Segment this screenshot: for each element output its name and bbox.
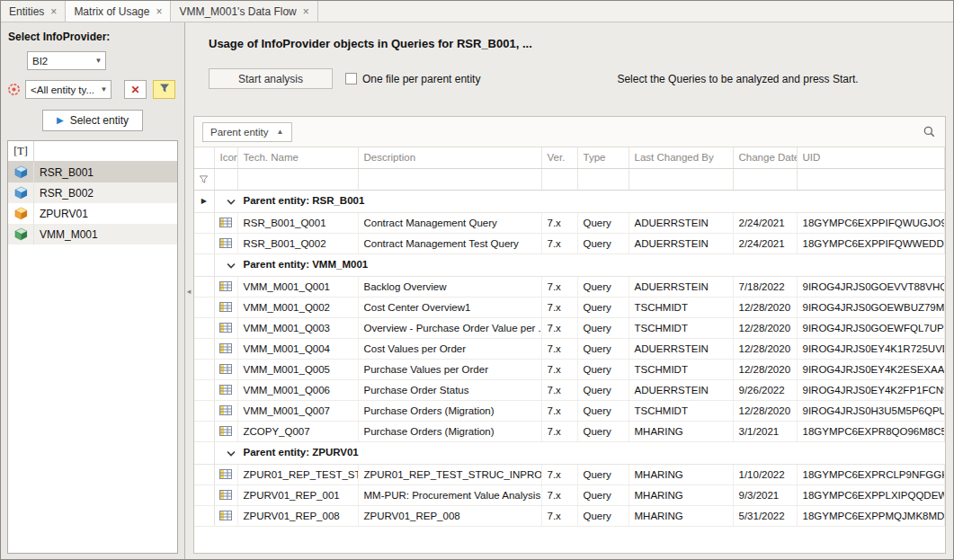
filter-cell-tech-name[interactable] (237, 168, 358, 190)
cell-tech-name: ZPURV01_REP_008 (237, 505, 358, 526)
column-header-type[interactable]: Type (577, 147, 629, 168)
tab-vmm-m001-s-data-flow[interactable]: VMM_M001's Data Flow× (171, 1, 317, 22)
filter-cell-icon[interactable] (214, 168, 237, 190)
row-indicator (194, 505, 214, 526)
start-analysis-button[interactable]: Start analysis (209, 68, 333, 89)
query-icon (214, 379, 237, 400)
collapse-group-icon[interactable] (227, 196, 236, 207)
clear-filter-button[interactable]: ✕ (124, 80, 147, 99)
entity-type-select[interactable]: <All entity ty... ▼ (25, 80, 111, 99)
entity-row[interactable]: VMM_M001 (8, 224, 177, 244)
apply-filter-button[interactable] (153, 80, 175, 99)
cell-last-changed-by: MHARING (629, 484, 733, 505)
target-icon (7, 83, 23, 97)
column-header-icon[interactable]: Icon (214, 147, 237, 168)
row-indicator (194, 484, 214, 505)
cell-tech-name: VMM_M001_Q002 (237, 297, 358, 317)
tab-close-icon[interactable]: × (156, 6, 162, 17)
cell-uid: 9IROG4JRJS0EY4K2ESEXAAHNV (797, 359, 945, 379)
table-row[interactable]: VMM_M001_Q007Purchase Orders (Migration)… (194, 400, 945, 421)
group-header-row[interactable]: Parent entity: ZPURV01 (194, 441, 945, 464)
collapse-group-icon[interactable] (227, 260, 236, 271)
tab-close-icon[interactable]: × (303, 6, 309, 17)
group-header-cell[interactable]: Parent entity: VMM_M001 (214, 253, 945, 276)
sort-ascending-icon: ▲ (277, 128, 284, 136)
tab-close-icon[interactable]: × (50, 6, 57, 17)
column-header-description[interactable]: Description (358, 147, 541, 168)
group-header-row[interactable]: Parent entity: VMM_M001 (194, 253, 945, 276)
cell-description: Purchase Order Status (358, 379, 541, 400)
cell-last-changed-by: ADUERRSTEIN (629, 233, 733, 253)
filter-cell-last-changed-by[interactable] (629, 168, 733, 190)
filter-cell-type[interactable] (577, 168, 629, 190)
one-file-checkbox[interactable] (345, 73, 357, 84)
cell-ver: 7.x (541, 317, 577, 338)
sidebar-collapse-handle[interactable]: ◂ (185, 22, 192, 559)
cell-description: Overview - Purchase Order Value per ... (358, 317, 541, 338)
text-filter-icon[interactable]: [T] (8, 141, 34, 161)
table-row[interactable]: ZPUR01_REP_TEST_ST...ZPUR01_REP_TEST_STR… (194, 464, 945, 484)
query-icon (214, 484, 237, 505)
select-entity-button[interactable]: ▶ Select entity (42, 110, 143, 131)
column-header-last-changed-by[interactable]: Last Changed By (629, 147, 733, 168)
cell-type: Query (577, 338, 629, 359)
cell-ver: 7.x (541, 484, 577, 505)
filter-cell-ver[interactable] (541, 168, 577, 190)
filter-cell-change-date[interactable] (733, 168, 797, 190)
cell-description: Cost Center Overview1 (358, 297, 541, 317)
query-icon (214, 464, 237, 484)
row-indicator (194, 276, 214, 297)
entity-row[interactable]: RSR_B001 (8, 162, 177, 182)
entity-row[interactable]: RSR_B002 (8, 182, 177, 203)
cell-type: Query (577, 359, 629, 379)
row-indicator (194, 359, 214, 379)
table-row[interactable]: ZCOPY_Q007Purchase Orders (Migration)7.x… (194, 421, 945, 441)
compositeprovider-green-icon (8, 224, 34, 244)
cell-change-date: 12/28/2020 (733, 338, 797, 359)
group-by-chip-label: Parent entity (210, 127, 269, 138)
group-header-cell[interactable]: Parent entity: ZPURV01 (214, 441, 945, 464)
tab-matrix-of-usage[interactable]: Matrix of Usage× (66, 1, 171, 22)
table-row[interactable]: ZPURV01_REP_008ZPURV01_REP_0087.xQueryMH… (194, 505, 945, 526)
page-title: Usage of InfoProvider objects in Queries… (192, 22, 953, 50)
filter-cell-description[interactable] (358, 168, 541, 190)
table-row[interactable]: ZPURV01_REP_001MM-PUR: Procurement Value… (194, 484, 945, 505)
group-by-chip[interactable]: Parent entity ▲ (202, 122, 292, 142)
funnel-icon (159, 83, 170, 96)
entity-name: RSR_B002 (34, 187, 94, 200)
table-row[interactable]: VMM_M001_Q004Cost Values per Order7.xQue… (194, 338, 945, 359)
group-header-cell[interactable]: Parent entity: RSR_B001 (214, 190, 945, 212)
tab-entities[interactable]: Entities× (1, 1, 66, 22)
entity-list-rows: RSR_B001RSR_B002ZPURV01VMM_M001 (8, 162, 177, 244)
infocube-blue-icon (8, 162, 34, 182)
table-row[interactable]: VMM_M001_Q006Purchase Order Status7.xQue… (194, 379, 945, 400)
cell-tech-name: VMM_M001_Q001 (237, 276, 358, 297)
query-icon (214, 297, 237, 317)
column-header-ver[interactable]: Ver. (541, 147, 577, 168)
cell-type: Query (577, 379, 629, 400)
table-row[interactable]: VMM_M001_Q003Overview - Purchase Order V… (194, 317, 945, 338)
system-select[interactable]: BI2 ▼ (27, 51, 106, 70)
cell-type: Query (577, 421, 629, 441)
cell-last-changed-by: TSCHMIDT (629, 359, 733, 379)
group-header-row[interactable]: ▶Parent entity: RSR_B001 (194, 190, 945, 212)
query-icon (214, 400, 237, 421)
table-row[interactable]: RSR_B001_Q002Contract Management Test Qu… (194, 233, 945, 253)
entity-row[interactable]: ZPURV01 (8, 203, 177, 224)
grid-header-row: IconTech. NameDescriptionVer.TypeLast Ch… (194, 147, 945, 168)
table-row[interactable]: RSR_B001_Q001Contract Management Query7.… (194, 212, 945, 233)
column-header-uid[interactable]: UID (797, 147, 945, 168)
filter-cell-uid[interactable] (797, 168, 945, 190)
search-icon[interactable] (921, 124, 937, 140)
column-header-tech-name[interactable]: Tech. Name (237, 147, 358, 168)
cell-tech-name: RSR_B001_Q001 (237, 212, 358, 233)
cell-ver: 7.x (541, 400, 577, 421)
column-header-change-date[interactable]: Change Date (733, 147, 797, 168)
table-row[interactable]: VMM_M001_Q005Purchase Values per Order7.… (194, 359, 945, 379)
current-row-indicator (194, 441, 214, 464)
collapse-group-icon[interactable] (227, 448, 236, 458)
table-row[interactable]: VMM_M001_Q002Cost Center Overview17.xQue… (194, 297, 945, 317)
chevron-down-icon: ▼ (92, 57, 105, 65)
table-row[interactable]: VMM_M001_Q001Backlog Overview7.xQueryADU… (194, 276, 945, 297)
cell-change-date: 12/28/2020 (733, 297, 797, 317)
